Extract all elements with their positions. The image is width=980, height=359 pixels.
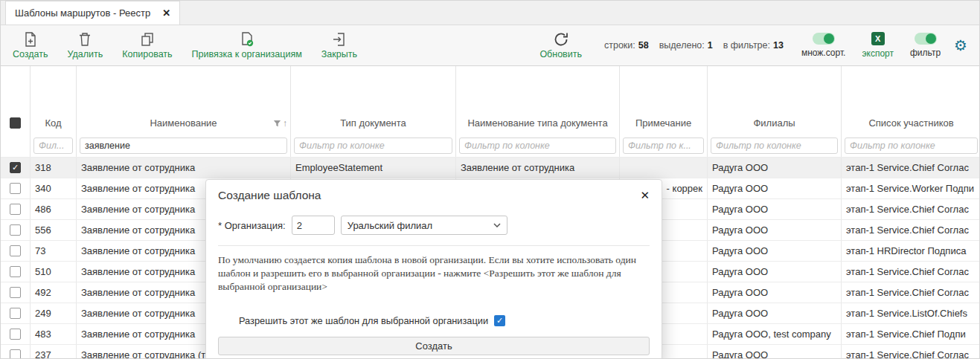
cell-branches: Радуга ООО: [708, 178, 842, 198]
row-select-cell[interactable]: [1, 262, 31, 282]
dialog-divider: [218, 245, 650, 246]
toggle-on-icon[interactable]: [915, 33, 937, 45]
row-select-cell[interactable]: [1, 199, 31, 219]
row-select-cell[interactable]: [1, 241, 31, 261]
unchecked-checkbox-icon[interactable]: [10, 204, 21, 215]
refresh-icon: [553, 32, 569, 47]
cell-doc-type-name: Заявление от сотрудника: [456, 158, 620, 178]
refresh-button-label: Обновить: [539, 49, 582, 59]
header-participants[interactable]: Список участников: [842, 66, 980, 135]
cell-branches: Радуга ООО: [708, 345, 842, 358]
unchecked-checkbox-icon[interactable]: [10, 308, 21, 319]
row-select-cell[interactable]: [1, 303, 31, 323]
cell-participants: этап-1 Service.Chief Соглас: [842, 345, 979, 358]
bind-organizations-label: Привязка к организациям: [192, 49, 302, 59]
cell-note: [620, 158, 708, 178]
trash-icon: [78, 32, 92, 47]
cell-branches: Радуга ООО: [708, 241, 842, 261]
tab-close-icon[interactable]: ✕: [162, 7, 170, 19]
dialog-help-text: По умолчанию создается копия шаблона в н…: [218, 253, 650, 294]
header-note-label: Примечание: [623, 117, 704, 129]
doc-type-filter-input[interactable]: [294, 138, 452, 154]
row-select-cell[interactable]: [1, 220, 31, 240]
branches-filter-input[interactable]: [711, 138, 838, 154]
export-button[interactable]: X экспорт: [862, 32, 894, 59]
cell-participants: этап-1 Service.Chief Соглас: [842, 262, 979, 282]
organization-code-input[interactable]: [292, 216, 335, 235]
rows-count-label: строки:: [604, 40, 635, 51]
cell-code: 237: [31, 345, 77, 358]
filter-toggle[interactable]: фильтр: [910, 33, 941, 58]
unchecked-checkbox-icon[interactable]: [10, 287, 21, 298]
cell-branches: Радуга ООО, test company: [708, 324, 842, 344]
unchecked-checkbox-icon[interactable]: [10, 224, 21, 236]
note-filter-input[interactable]: [623, 138, 704, 154]
header-doc-type-name-label: Наименование типа документа: [459, 117, 616, 129]
unchecked-checkbox-icon[interactable]: [10, 266, 21, 277]
unchecked-checkbox-icon[interactable]: [10, 245, 21, 256]
export-label: экспорт: [862, 48, 894, 59]
cell-participants: этап-1 HRDirector Подписа: [842, 241, 979, 261]
filter-sort-indicator[interactable]: ↑: [272, 118, 287, 129]
cell-participants: этап-1 Service.Chief Соглас: [842, 158, 979, 178]
toggle-on-icon[interactable]: [813, 33, 835, 45]
header-note[interactable]: Примечание: [620, 66, 708, 135]
selected-count-label: выделено:: [659, 40, 705, 51]
row-select-cell[interactable]: ✓: [1, 158, 31, 178]
allow-template-label: Разрешить этот же шаблон для выбранной о…: [239, 315, 488, 326]
organization-row: * Организация: Уральский филиал: [218, 216, 650, 235]
cell-branches: Радуга ООО: [708, 262, 842, 282]
close-registry-button[interactable]: Закрыть: [321, 32, 357, 59]
header-participants-label: Список участников: [845, 117, 978, 129]
row-select-cell[interactable]: [1, 282, 31, 303]
header-doc-type[interactable]: Тип документа: [291, 66, 456, 135]
participants-filter-input[interactable]: [845, 138, 978, 154]
unchecked-checkbox-icon[interactable]: [10, 183, 21, 194]
checked-checkbox-icon[interactable]: ✓: [494, 315, 505, 326]
select-all-checkbox-icon[interactable]: [10, 117, 21, 129]
row-select-cell[interactable]: [1, 178, 31, 198]
allow-template-row[interactable]: Разрешить этот же шаблон для выбранной о…: [239, 315, 650, 326]
header-code-label: Код: [33, 117, 73, 129]
header-code[interactable]: Код: [31, 66, 77, 135]
tab-route-templates[interactable]: Шаблоны маршрутов - Реестр ✕: [5, 1, 180, 25]
header-doc-type-name[interactable]: Наименование типа документа: [456, 66, 620, 135]
row-select-cell[interactable]: [1, 345, 31, 358]
organization-select-value: Уральский филиал: [348, 220, 432, 231]
filter-branches-cell: [708, 135, 842, 157]
delete-button[interactable]: Удалить: [68, 32, 103, 59]
cell-code: 483: [31, 324, 77, 344]
cell-code: 486: [31, 199, 77, 219]
copy-button[interactable]: Копировать: [122, 32, 172, 59]
unchecked-checkbox-icon[interactable]: [10, 329, 21, 340]
app-window: Шаблоны маршрутов - Реестр ✕ Создать Уда…: [0, 0, 980, 359]
dialog-create-button[interactable]: Создать: [218, 337, 650, 355]
header-name[interactable]: Наименование ↑: [77, 66, 291, 135]
filter-doc-type-name-cell: [456, 135, 620, 157]
unchecked-checkbox-icon[interactable]: [10, 349, 21, 358]
doc-type-name-filter-input[interactable]: [459, 138, 616, 154]
filter-select-cell: [1, 135, 31, 157]
multisort-toggle[interactable]: множ.сорт.: [801, 33, 846, 58]
cell-branches: Радуга ООО: [708, 199, 842, 219]
header-doc-type-label: Тип документа: [294, 117, 452, 129]
bind-organizations-button[interactable]: Привязка к организациям: [192, 32, 302, 59]
create-button-label: Создать: [13, 49, 48, 59]
name-filter-input[interactable]: [80, 138, 287, 154]
dialog-close-icon[interactable]: ✕: [640, 189, 650, 202]
header-branches[interactable]: Филиалы: [708, 66, 842, 135]
cell-participants: этап-1 Service.Chief Подпи: [842, 324, 979, 344]
code-filter-input[interactable]: [33, 138, 73, 154]
sort-ascending-icon: ↑: [283, 118, 287, 129]
checked-checkbox-icon[interactable]: ✓: [10, 162, 21, 173]
gear-icon[interactable]: ⚙: [954, 36, 967, 54]
row-select-cell[interactable]: [1, 324, 31, 344]
filtered-count-label: в фильтре:: [723, 40, 770, 51]
table-row[interactable]: ✓318Заявление от сотрудникаEmployeeState…: [1, 157, 979, 178]
filter-code-cell: [31, 135, 77, 157]
refresh-button[interactable]: Обновить: [539, 32, 582, 59]
filter-note-cell: [620, 135, 708, 157]
header-select-all[interactable]: [1, 66, 31, 135]
organization-select[interactable]: Уральский филиал: [341, 216, 507, 235]
create-button[interactable]: Создать: [13, 32, 48, 59]
